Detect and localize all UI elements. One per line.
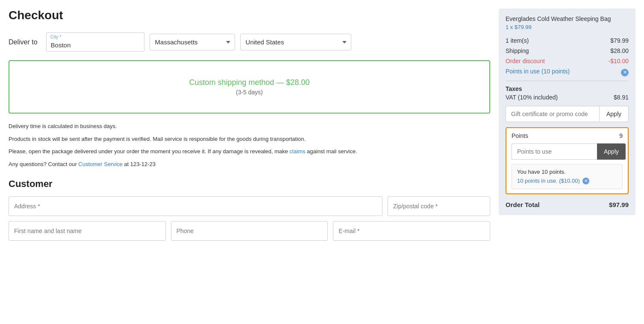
points-info-text: You have 10 points. — [517, 169, 617, 175]
info-text-1: Delivery time is calculated in business … — [9, 122, 490, 131]
shipping-line-label: Shipping — [506, 47, 529, 54]
sidebar: Everglades Cold Weather Sleeping Bag 1 x… — [499, 9, 635, 246]
address-input[interactable] — [9, 196, 382, 216]
zip-input[interactable] — [388, 196, 490, 216]
shipping-method-box[interactable]: Custom shipping method — $28.00 (3-5 day… — [9, 60, 490, 114]
info-text-4: Any questions? Contact our Customer Serv… — [9, 160, 490, 169]
taxes-label: Taxes — [506, 85, 629, 92]
shipping-method-title: Custom shipping method — $28.00 — [18, 78, 481, 87]
items-line: 1 item(s) $79.99 — [506, 37, 629, 44]
page-title: Checkout — [9, 9, 490, 22]
items-label: 1 item(s) — [506, 37, 529, 44]
points-count: 9 — [619, 132, 623, 139]
email-input[interactable] — [333, 221, 490, 241]
divider-1 — [506, 81, 629, 81]
vat-line: VAT (10% included) $8.91 — [506, 94, 629, 101]
items-value: $79.99 — [610, 37, 629, 44]
points-title: Points — [512, 132, 528, 139]
points-section: Points 9 Apply You have 10 points. 10 po… — [506, 127, 629, 194]
remove-points-button[interactable]: ✕ — [621, 68, 629, 76]
product-qty: 1 x $79.99 — [506, 24, 629, 30]
taxes-section: Taxes VAT (10% included) $8.91 — [506, 85, 629, 101]
country-select[interactable]: United States Canada United Kingdom Aust… — [240, 34, 351, 50]
points-in-use-text: 10 points in use. ($10.00) — [517, 178, 580, 184]
vat-label: VAT (10% included) — [506, 94, 558, 101]
address-row — [9, 196, 490, 216]
phone-input[interactable] — [171, 221, 328, 241]
points-header: Points 9 — [506, 128, 628, 143]
points-in-use-label: Points in use (10 points) — [506, 68, 570, 76]
shipping-line: Shipping $28.00 — [506, 47, 629, 54]
points-info-box: You have 10 points. 10 points in use. ($… — [512, 164, 623, 189]
customer-service-link[interactable]: Customer Service — [78, 161, 122, 167]
discount-label: Order discount — [506, 58, 545, 64]
points-in-use-line: Points in use (10 points) ✕ — [506, 68, 629, 76]
points-input-row: Apply — [506, 143, 628, 164]
info-text-2: Products in stock will be sent after the… — [9, 135, 490, 143]
vat-value: $8.91 — [614, 94, 629, 101]
shipping-line-value: $28.00 — [610, 47, 629, 54]
name-phone-email-row — [9, 221, 490, 241]
order-summary-card: Everglades Cold Weather Sleeping Bag 1 x… — [499, 9, 635, 215]
promo-row: Apply — [506, 106, 629, 122]
points-input[interactable] — [512, 143, 597, 160]
city-input-wrap: City * — [46, 32, 144, 52]
promo-input[interactable] — [506, 106, 599, 122]
discount-value: -$10.00 — [609, 58, 629, 64]
customer-heading: Customer — [9, 178, 490, 190]
points-in-use-info: 10 points in use. ($10.00) ✕ — [517, 178, 617, 184]
shipping-days: (3-5 days) — [18, 89, 481, 96]
order-total-label: Order Total — [506, 201, 540, 208]
discount-line: Order discount -$10.00 — [506, 58, 629, 64]
deliver-to-row: Deliver to City * Massachusetts Californ… — [9, 32, 490, 52]
order-total-value: $97.99 — [609, 201, 629, 208]
points-apply-button[interactable]: Apply — [597, 143, 626, 160]
city-field-label: City * — [50, 34, 62, 39]
info-text-3: Please, open the package delivered under… — [9, 147, 490, 156]
claims-link[interactable]: claims — [290, 148, 306, 155]
name-input[interactable] — [9, 221, 166, 241]
state-select[interactable]: Massachusetts California New York Texas … — [150, 34, 235, 50]
customer-section: Customer — [9, 178, 490, 241]
product-title: Everglades Cold Weather Sleeping Bag — [506, 15, 629, 22]
promo-apply-button[interactable]: Apply — [599, 106, 629, 122]
deliver-label: Deliver to — [9, 38, 38, 46]
remove-points-in-use-button[interactable]: ✕ — [582, 178, 589, 184]
order-total-row: Order Total $97.99 — [506, 199, 629, 208]
